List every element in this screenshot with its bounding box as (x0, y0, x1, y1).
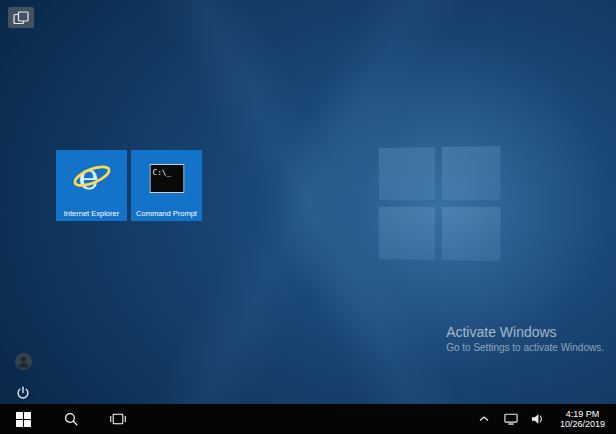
clock[interactable]: 4:19 PM 10/26/2019 (557, 409, 608, 430)
start-tiles-group: e Internet Explorer C:\_ Command Prompt (56, 150, 202, 221)
network-icon (504, 413, 518, 426)
windows-logo-watermark (379, 146, 501, 261)
chevron-up-icon (479, 415, 489, 423)
search-button[interactable] (47, 404, 94, 434)
tile-command-prompt[interactable]: C:\_ Command Prompt (131, 150, 202, 221)
windows-logo-pane (379, 207, 435, 260)
user-account-button[interactable] (14, 352, 32, 370)
activate-windows-watermark: Activate Windows Go to Settings to activ… (446, 323, 604, 354)
task-view-button[interactable] (94, 404, 141, 434)
power-icon (16, 386, 30, 400)
start-button[interactable] (0, 404, 47, 434)
svg-text:C:\_: C:\_ (152, 168, 171, 177)
windows-logo-pane (379, 147, 435, 200)
system-tray: 4:19 PM 10/26/2019 (476, 408, 616, 430)
hidden-icons-button[interactable] (476, 408, 492, 430)
tile-label: Internet Explorer (58, 209, 125, 218)
svg-text:e: e (78, 157, 98, 197)
desktop-background: e Internet Explorer C:\_ Command Prompt (0, 0, 616, 404)
clock-time: 4:19 PM (566, 409, 600, 420)
clock-date: 10/26/2019 (560, 419, 605, 430)
windows-logo-pane (442, 207, 500, 261)
internet-explorer-icon: e (72, 157, 112, 201)
volume-icon (531, 413, 544, 425)
network-button[interactable] (503, 408, 519, 430)
volume-button[interactable] (530, 408, 546, 430)
windows-logo-pane (442, 146, 500, 200)
taskbar: 4:19 PM 10/26/2019 (0, 404, 616, 434)
task-view-icon (110, 412, 126, 426)
search-icon (64, 412, 78, 426)
expand-tiles-button[interactable] (8, 7, 34, 28)
windows-logo-icon (16, 412, 31, 427)
user-icon (15, 353, 32, 370)
power-button[interactable] (14, 384, 32, 402)
tile-label: Command Prompt (133, 209, 200, 218)
activate-subtitle: Go to Settings to activate Windows. (446, 341, 604, 354)
activate-title: Activate Windows (446, 323, 604, 341)
tile-internet-explorer[interactable]: e Internet Explorer (56, 150, 127, 221)
command-prompt-icon: C:\_ (149, 164, 184, 197)
windows-start-screen: e Internet Explorer C:\_ Command Prompt (0, 0, 616, 434)
expand-tiles-icon (13, 11, 29, 25)
